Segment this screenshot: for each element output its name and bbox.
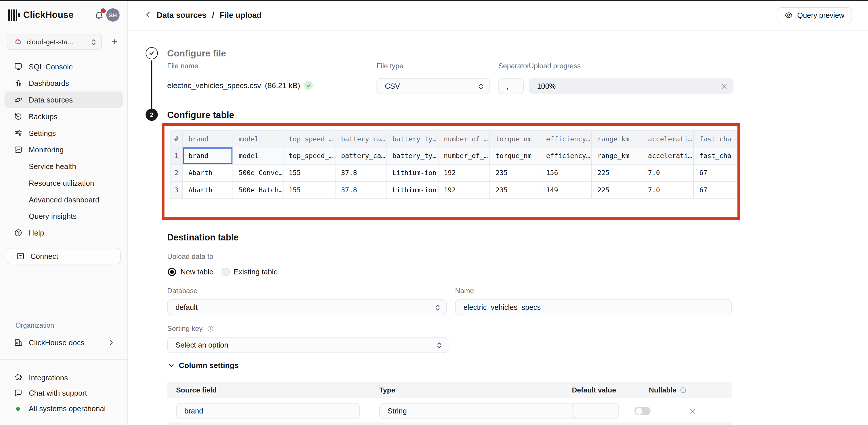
sidebar-item-backups[interactable]: Backups [4,108,123,125]
breadcrumb-data-sources[interactable]: Data sources [157,11,207,20]
organization-section-label: Organization [16,322,54,330]
chevron-updown-icon [435,304,440,311]
column-settings-row: brandString [167,398,732,425]
brand-title: ClickHouse [23,9,74,20]
preview-cell[interactable]: 156 [540,164,592,182]
sidebar-item-label: Query insights [29,212,76,220]
preview-cell[interactable]: battery_ty… [386,147,438,164]
query-preview-button[interactable]: Query preview [777,7,852,23]
database-select[interactable]: default [167,300,447,316]
preview-cell[interactable]: 67 [693,181,737,199]
sidebar-item-resource-utilization[interactable]: Resource utilization [4,174,123,191]
sidebar-item-label: All systems operational [29,404,106,413]
default-value-input[interactable] [572,403,619,419]
sidebar-item-help[interactable]: Help [4,225,123,241]
preview-cell[interactable]: battery_ca… [335,147,387,164]
preview-column-header: efficiency… [540,131,592,147]
source-field-input[interactable]: brand [176,403,360,419]
preview-cell[interactable]: top_speed_… [283,147,335,164]
type-value: String [388,407,407,415]
sidebar-item-settings[interactable]: Settings [4,125,123,141]
sidebar-item-chat-with-support[interactable]: Chat with support [4,385,123,401]
preview-cell[interactable]: 155 [283,164,335,182]
sidebar-item-label: Service health [29,162,76,170]
sidebar-item-label: Dashboards [29,79,69,87]
breadcrumb: Data sources / File upload [157,11,261,20]
column-settings-header: Source fieldTypeDefault valueNullable [167,382,732,398]
file-name-value: electric_vehicles_specs.csv (86.21 kB) [167,81,313,90]
preview-cell[interactable]: Lithium-ion [386,164,438,182]
preview-cell[interactable]: 235 [490,181,540,199]
data-preview-table: #brandmodeltop_speed_…battery_ca…battery… [170,130,737,199]
preview-cell[interactable]: Lithium-ion [386,181,438,199]
file-type-select[interactable]: CSV [376,78,490,94]
separator-label: Separator [498,62,529,70]
preview-cell[interactable]: 37.8 [335,181,387,199]
column-settings-toggle[interactable]: Column settings [168,361,239,370]
preview-cell[interactable]: Abarth [183,164,233,182]
chevron-updown-icon [478,82,483,90]
radio-existing-table[interactable] [221,268,230,276]
preview-cell[interactable]: 500e Hatch… [233,181,283,199]
sidebar-item-clickhouse-docs[interactable]: ClickHouse docs [4,334,123,351]
table-name-input[interactable]: electric_vehicles_specs [455,300,732,316]
preview-cell[interactable]: 7.0 [642,181,694,199]
preview-cell[interactable]: torque_nm [490,147,540,164]
avatar[interactable]: SH [106,8,120,22]
preview-cell[interactable]: 149 [540,181,592,199]
sidebar-item-service-health[interactable]: Service health [4,158,123,175]
sidebar-item-sql-console[interactable]: SQL Console [4,58,123,75]
preview-cell[interactable]: 225 [592,164,642,182]
nav-icon-spacer [13,162,23,171]
preview-cell[interactable]: 192 [438,181,490,199]
connect-button[interactable]: Connect [7,248,121,264]
preview-cell[interactable]: 67 [693,164,737,182]
preview-column-header: torque_nm [490,131,540,147]
preview-cell[interactable]: fast_cha [693,147,737,164]
preview-cell[interactable]: 500e Conve… [233,164,283,182]
column-settings-header-cell: Source field [167,386,370,394]
sidebar-item-label: Backups [29,112,58,121]
sidebar-item-data-sources[interactable]: Data sources [4,91,123,108]
radio-existing-table-label: Existing table [234,268,278,276]
preview-cell[interactable]: 37.8 [335,164,387,182]
notifications-bell-icon[interactable] [94,11,104,21]
separator-value: , [506,82,508,90]
nullable-toggle[interactable] [634,407,651,415]
separator-input[interactable]: , [498,78,524,94]
preview-cell[interactable]: range_km [592,147,642,164]
radio-new-table-label: New table [181,268,214,276]
back-chevron-icon[interactable] [144,11,152,20]
sorting-key-select[interactable]: Select an option [167,337,448,353]
settings-icon [13,129,23,138]
preview-cell[interactable]: 155 [283,181,335,199]
preview-cell[interactable]: Abarth [183,181,233,199]
radio-new-table[interactable] [168,268,176,276]
sidebar-item-dashboards[interactable]: Dashboards [4,75,123,91]
preview-cell[interactable]: 192 [438,164,490,182]
sidebar-item-label: Data sources [29,95,73,104]
preview-cell[interactable]: 235 [490,164,540,182]
preview-cell[interactable]: 225 [592,181,642,199]
sidebar-item-integrations[interactable]: Integrations [4,370,123,385]
sidebar-item-monitoring[interactable]: Monitoring [4,141,123,158]
sidebar-item-label: Advanced dashboard [29,196,99,204]
preview-cell-focused[interactable]: brand [183,147,233,164]
upload-progress-label: Upload progress [529,62,581,70]
integrations-icon [13,373,23,382]
sidebar-item-query-insights[interactable]: Query insights [4,208,123,225]
preview-cell[interactable]: accelerati… [642,147,694,164]
sidebar-item-all-systems-operational[interactable]: All systems operational [4,401,123,416]
service-selector[interactable]: cloud-get-sta... [7,34,102,50]
preview-cell[interactable]: model [233,147,283,164]
sidebar-item-advanced-dashboard[interactable]: Advanced dashboard [4,191,123,208]
preview-cell[interactable]: number_of_… [438,147,490,164]
remove-column-icon[interactable] [689,408,696,415]
preview-cell[interactable]: efficiency… [540,147,592,164]
step-1-indicator [146,47,158,59]
type-select[interactable]: String [379,403,590,419]
preview-cell[interactable]: 7.0 [642,164,694,182]
sorting-key-placeholder: Select an option [176,341,228,349]
cancel-upload-icon[interactable] [721,83,727,89]
add-service-button[interactable]: + [107,34,122,50]
